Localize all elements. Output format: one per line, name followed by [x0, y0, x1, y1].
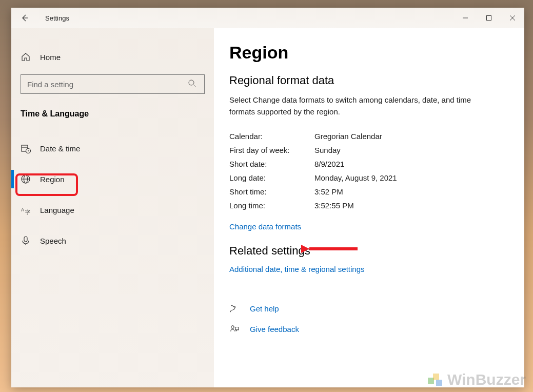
- row-value: 3:52 PM: [314, 187, 343, 196]
- close-icon: [509, 15, 516, 21]
- row-key: Long time:: [229, 201, 314, 210]
- regional-format-table: Calendar: Gregorian Calendar First day o…: [229, 132, 509, 210]
- svg-point-4: [189, 80, 194, 85]
- row-long-time: Long time: 3:52:55 PM: [229, 201, 509, 210]
- svg-rect-16: [24, 237, 27, 242]
- svg-rect-1: [487, 16, 491, 21]
- sidebar-item-label: Speech: [40, 237, 66, 245]
- search-icon: [188, 79, 198, 89]
- back-button[interactable]: [14, 8, 35, 28]
- row-key: Short date:: [229, 160, 314, 168]
- window-controls: [453, 8, 524, 28]
- close-button[interactable]: [501, 8, 524, 28]
- give-feedback-link[interactable]: Give feedback: [250, 325, 299, 334]
- row-short-date: Short date: 8/9/2021: [229, 160, 509, 168]
- svg-text:?: ?: [233, 306, 236, 310]
- arrow-left-icon: [20, 13, 29, 23]
- calendar-clock-icon: [21, 143, 31, 153]
- sidebar-category: Time & Language: [21, 109, 214, 119]
- row-key: Long date:: [229, 173, 314, 182]
- minimize-button[interactable]: [453, 8, 477, 28]
- minimize-icon: [462, 15, 468, 21]
- page-title: Region: [229, 43, 509, 63]
- svg-line-5: [193, 85, 195, 87]
- settings-window: Settings Home: [11, 8, 524, 387]
- feedback-icon: [229, 324, 240, 334]
- row-value: Monday, August 9, 2021: [314, 173, 397, 182]
- row-key: Calendar:: [229, 132, 314, 141]
- row-first-day: First day of week: Sunday: [229, 146, 509, 154]
- help-icon: ?: [229, 303, 240, 313]
- main-content: Region Regional format data Select Chang…: [214, 28, 524, 387]
- app-body: Home Time & Language Date & time: [11, 28, 524, 387]
- row-value: Sunday: [314, 146, 341, 154]
- related-settings: Related settings Additional date, time &…: [229, 244, 509, 273]
- microphone-icon: [21, 236, 31, 246]
- row-long-date: Long date: Monday, August 9, 2021: [229, 173, 509, 182]
- help-links: ? Get help Give feedback: [229, 303, 509, 334]
- row-value: 3:52:55 PM: [314, 201, 354, 210]
- home-label: Home: [40, 53, 61, 62]
- row-calendar: Calendar: Gregorian Calendar: [229, 132, 509, 141]
- get-help-row[interactable]: ? Get help: [229, 303, 509, 313]
- row-short-time: Short time: 3:52 PM: [229, 187, 509, 196]
- titlebar: Settings: [11, 8, 524, 28]
- row-key: Short time:: [229, 187, 314, 196]
- language-icon: A字: [21, 205, 31, 215]
- additional-settings-link[interactable]: Additional date, time & regional setting…: [229, 265, 509, 273]
- row-value: Gregorian Calendar: [314, 132, 382, 141]
- maximize-icon: [486, 15, 492, 21]
- sidebar-item-region[interactable]: Region: [11, 167, 214, 191]
- sidebar-item-home[interactable]: Home: [11, 46, 214, 68]
- svg-text:字: 字: [25, 209, 30, 215]
- sidebar-item-date-time[interactable]: Date & time: [11, 136, 214, 161]
- section-title-related: Related settings: [229, 244, 509, 258]
- sidebar-item-label: Region: [40, 175, 65, 184]
- get-help-link[interactable]: Get help: [250, 304, 279, 313]
- sidebar-item-language[interactable]: A字 Language: [11, 198, 214, 222]
- home-icon: [21, 52, 31, 62]
- svg-text:A: A: [21, 207, 24, 212]
- section-description: Select Change data formats to switch amo…: [229, 94, 491, 117]
- sidebar-item-label: Date & time: [40, 144, 80, 153]
- row-value: 8/9/2021: [314, 160, 344, 168]
- maximize-button[interactable]: [477, 8, 501, 28]
- give-feedback-row[interactable]: Give feedback: [229, 324, 509, 334]
- sidebar-nav: Date & time Region A字 Language: [11, 136, 214, 253]
- sidebar: Home Time & Language Date & time: [11, 28, 214, 387]
- sidebar-item-label: Language: [40, 206, 74, 214]
- change-data-formats-link[interactable]: Change data formats: [229, 222, 509, 231]
- globe-icon: [21, 174, 31, 184]
- search-box[interactable]: [21, 74, 205, 94]
- search-input[interactable]: [27, 80, 188, 89]
- row-key: First day of week:: [229, 146, 314, 154]
- search-wrap: [21, 74, 205, 94]
- app-title: Settings: [45, 14, 69, 22]
- svg-point-20: [231, 326, 234, 328]
- sidebar-item-speech[interactable]: Speech: [11, 228, 214, 253]
- section-title-format: Regional format data: [229, 74, 509, 87]
